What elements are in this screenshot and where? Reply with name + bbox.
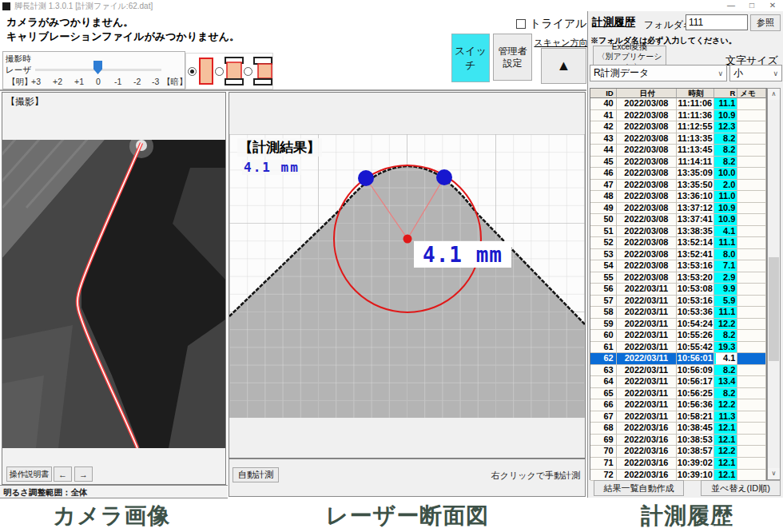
cell-time[interactable]: 10:39:02 (677, 458, 714, 470)
col-header-memo[interactable]: メモ (737, 89, 766, 98)
history-row-61[interactable]: 612022/03/1110:55:4219.3 (590, 342, 766, 354)
cell-time[interactable]: 10:56:36 (677, 399, 714, 411)
cell-r[interactable]: 4.1 (714, 353, 738, 365)
cell-id[interactable]: 40 (590, 98, 617, 110)
cell-r[interactable]: 11.3 (714, 411, 738, 423)
radio-icon[interactable] (244, 67, 252, 76)
cell-date[interactable]: 2022/03/11 (617, 388, 677, 400)
cell-date[interactable]: 2022/03/08 (617, 249, 677, 261)
cell-r[interactable]: 10.9 (714, 203, 738, 215)
cell-date[interactable]: 2022/03/11 (617, 365, 677, 377)
cell-time[interactable]: 10:38:53 (677, 435, 714, 447)
cell-r[interactable]: 12.1 (714, 435, 738, 447)
cell-id[interactable]: 61 (590, 342, 617, 354)
cell-memo[interactable] (737, 284, 766, 296)
cell-date[interactable]: 2022/03/16 (617, 446, 677, 458)
history-row-45[interactable]: 452022/03/0811:14:118.2 (590, 157, 766, 169)
cell-id[interactable]: 71 (590, 458, 617, 470)
history-row-62[interactable]: 622022/03/1110:56:014.1 (590, 353, 766, 365)
cell-r[interactable]: 12.1 (714, 458, 738, 470)
cell-time[interactable]: 10:54:24 (677, 319, 714, 331)
cell-time[interactable]: 13:52:14 (677, 237, 714, 249)
cell-date[interactable]: 2022/03/16 (617, 470, 677, 482)
cell-time[interactable]: 13:37:12 (677, 203, 714, 215)
cell-r[interactable]: 9.9 (714, 284, 738, 296)
cell-time[interactable]: 13:36:10 (677, 191, 714, 203)
cell-r[interactable]: 8.2 (714, 145, 738, 157)
cell-time[interactable]: 13:38:35 (677, 226, 714, 238)
cell-time[interactable]: 11:11:36 (677, 110, 714, 122)
col-header-date[interactable]: 日付 (617, 89, 677, 98)
cell-memo[interactable] (737, 342, 766, 354)
cell-id[interactable]: 48 (590, 191, 617, 203)
cell-id[interactable]: 51 (590, 226, 617, 238)
history-row-54[interactable]: 542022/03/0813:53:167.1 (590, 260, 766, 272)
cell-time[interactable]: 10:55:26 (677, 330, 714, 342)
cell-id[interactable]: 67 (590, 411, 617, 423)
history-row-50[interactable]: 502022/03/0813:37:4110.9 (590, 214, 766, 226)
cell-date[interactable]: 2022/03/11 (617, 411, 677, 423)
cell-r[interactable]: 10.0 (714, 168, 738, 180)
cell-date[interactable]: 2022/03/08 (617, 214, 677, 226)
cell-date[interactable]: 2022/03/08 (617, 168, 677, 180)
cell-memo[interactable] (737, 180, 766, 192)
cell-r[interactable]: 8.2 (714, 133, 738, 145)
cell-memo[interactable] (737, 319, 766, 331)
cell-r[interactable]: 12.2 (714, 446, 738, 458)
cell-r[interactable]: 10.9 (714, 214, 738, 226)
camera-image[interactable] (2, 140, 225, 448)
cell-r[interactable]: 12.1 (714, 423, 738, 435)
cell-date[interactable]: 2022/03/11 (617, 319, 677, 331)
cell-time[interactable]: 10:53:08 (677, 284, 714, 296)
cell-time[interactable]: 10:56:25 (677, 388, 714, 400)
cell-memo[interactable] (737, 307, 766, 319)
cell-memo[interactable] (737, 330, 766, 342)
cell-date[interactable]: 2022/03/11 (617, 296, 677, 308)
cell-time[interactable]: 10:56:09 (677, 365, 714, 377)
cell-r[interactable]: 8.2 (714, 388, 738, 400)
auto-create-results-button[interactable]: 結果一覧自動作成 (594, 480, 684, 496)
cell-memo[interactable] (737, 98, 766, 110)
cell-r[interactable]: 5.9 (714, 296, 738, 308)
history-scrollbar[interactable]: ∧ ∨ (767, 88, 781, 480)
history-row-46[interactable]: 462022/03/0813:35:0910.0 (590, 168, 766, 180)
cell-memo[interactable] (737, 376, 766, 388)
cell-memo[interactable] (737, 411, 766, 423)
cell-date[interactable]: 2022/03/08 (617, 226, 677, 238)
cell-date[interactable]: 2022/03/08 (617, 145, 677, 157)
cell-memo[interactable] (737, 296, 766, 308)
cell-r[interactable]: 12.2 (714, 319, 738, 331)
cell-time[interactable]: 13:35:09 (677, 168, 714, 180)
cell-r[interactable]: 8.0 (714, 249, 738, 261)
history-row-56[interactable]: 562022/03/1110:53:089.9 (590, 284, 766, 296)
cell-r[interactable]: 12.3 (714, 121, 738, 133)
cell-id[interactable]: 60 (590, 330, 617, 342)
cell-time[interactable]: 10:55:42 (677, 342, 714, 354)
cell-id[interactable]: 52 (590, 237, 617, 249)
cell-r[interactable]: 13.4 (714, 376, 738, 388)
history-row-69[interactable]: 692022/03/1610:38:5312.1 (590, 435, 766, 447)
cell-r[interactable]: 8.2 (714, 365, 738, 377)
cell-id[interactable]: 56 (590, 284, 617, 296)
brightness-slider-thumb[interactable] (93, 61, 102, 74)
cell-date[interactable]: 2022/03/08 (617, 121, 677, 133)
font-size-select[interactable]: 小 ∨ (729, 65, 782, 81)
cell-time[interactable]: 10:56:17 (677, 376, 714, 388)
cell-date[interactable]: 2022/03/08 (617, 272, 677, 284)
cell-id[interactable]: 49 (590, 203, 617, 215)
cell-date[interactable]: 2022/03/08 (617, 133, 677, 145)
cell-id[interactable]: 47 (590, 180, 617, 192)
history-row-71[interactable]: 712022/03/1610:39:0212.1 (590, 458, 766, 470)
cell-memo[interactable] (737, 237, 766, 249)
history-row-48[interactable]: 482022/03/0813:36:1011.0 (590, 191, 766, 203)
cell-memo[interactable] (737, 110, 766, 122)
radio-selected-icon[interactable] (188, 67, 197, 76)
cell-memo[interactable] (737, 435, 766, 447)
cell-date[interactable]: 2022/03/11 (617, 342, 677, 354)
history-row-57[interactable]: 572022/03/1110:53:165.9 (590, 296, 766, 308)
cell-date[interactable]: 2022/03/16 (617, 435, 677, 447)
history-row-60[interactable]: 602022/03/1110:55:268.2 (590, 330, 766, 342)
history-row-63[interactable]: 632022/03/1110:56:098.2 (590, 365, 766, 377)
scroll-down-icon[interactable]: ∨ (768, 468, 780, 479)
cell-memo[interactable] (737, 388, 766, 400)
